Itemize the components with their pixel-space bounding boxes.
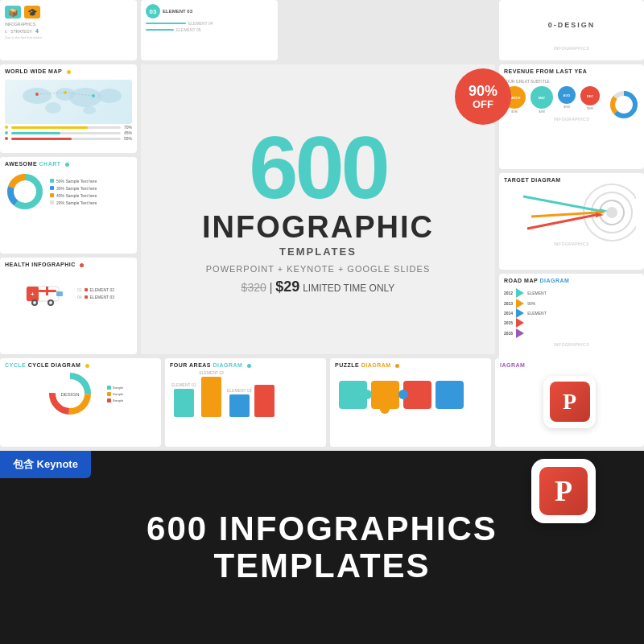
p-logo: P bbox=[539, 467, 588, 515]
hero-number: 600 bbox=[249, 123, 387, 212]
roadmap-panel: ROAD MAP DIAGRAM 2012 ELEMENT 2013 90% 2… bbox=[499, 274, 644, 370]
stat-row-2: 45% bbox=[5, 130, 132, 135]
keynote-badge: 包含 Keynote bbox=[0, 451, 91, 478]
powerpoint-icon: P bbox=[531, 459, 596, 523]
roadmap-visual: 2012 ELEMENT 2013 90% 2014 ELEMENT 2015 … bbox=[499, 285, 644, 341]
hero-tagline: POWERPOINT + KEYNOTE + GOOGLE SLIDES bbox=[206, 264, 430, 274]
svg-point-31 bbox=[606, 207, 617, 218]
svg-point-4 bbox=[45, 102, 61, 114]
svg-point-5 bbox=[83, 106, 96, 114]
health-infographic-panel: HEALTH INFOGRAPHIC + 01 bbox=[0, 258, 137, 354]
svg-point-3 bbox=[97, 89, 122, 103]
svg-rect-19 bbox=[46, 287, 48, 295]
svg-point-48 bbox=[398, 390, 408, 399]
svg-point-2 bbox=[69, 88, 101, 107]
cycle-diagram-panel: CYCLE CYCLE DIAGRAM DESIGN Sample bbox=[0, 358, 161, 447]
svg-point-21 bbox=[33, 301, 36, 304]
hero-pricing: $320 | $29 LIMITED TIME ONLY bbox=[242, 279, 395, 295]
target-diagram-panel: TARGET DIAGRAM INFOGRAPHICS bbox=[499, 173, 644, 270]
stat-row-1: 70% bbox=[5, 125, 132, 130]
svg-point-23 bbox=[49, 301, 52, 304]
stat-row-3: 55% bbox=[5, 136, 132, 141]
revenue-visual: YOUR GREAT SUBTITLE MARCH $2M MAY $4M AU… bbox=[499, 76, 644, 125]
four-areas-visual: ELEMENT 01 ELEMENT 02 ELEMENT 03 bbox=[165, 369, 326, 418]
world-map-visual bbox=[5, 80, 132, 124]
element-panel-tl2: 03 ELEMENT 03 ELEMENT 04 ELEMENT 05 bbox=[141, 0, 278, 60]
element-panel-tl1: 📦 🎓 INFOGRAPHICS E STRATEGY 4 Due to the… bbox=[0, 0, 137, 60]
awesome-chart-panel: AWESOME CHART 50% Sample Text here bbox=[0, 157, 137, 254]
world-map-panel: WORLD WIDE MAP bbox=[0, 64, 137, 153]
bottom-section: 包含 Keynote P 600 INFOGRAPHICS TEMPLATES bbox=[0, 451, 644, 644]
ambulance-visual: + 01 ELEMENT 02 04 ELEMENT bbox=[0, 269, 137, 317]
puzzle-diagram-panel: PUZZLE DIAGRAM bbox=[330, 358, 491, 447]
hero-center: 600 INFOGRAPHIC TEMPLATES POWERPOINT + K… bbox=[141, 64, 495, 354]
top-section: 📦 🎓 INFOGRAPHICS E STRATEGY 4 Due to the… bbox=[0, 0, 644, 451]
target-visual bbox=[499, 184, 644, 241]
hero-subtitle: TEMPLATES bbox=[279, 246, 357, 258]
svg-text:+: + bbox=[31, 291, 35, 298]
bottom-main-title: 600 INFOGRAPHICS TEMPLATES bbox=[147, 510, 497, 584]
svg-point-44 bbox=[362, 390, 372, 399]
cycle-visual: DESIGN Sample Sample Sample bbox=[0, 369, 161, 418]
design-logo-text: 0-DESIGN bbox=[506, 5, 638, 45]
extra-diagram-panel: IAGRAM P bbox=[495, 358, 644, 447]
svg-text:DESIGN: DESIGN bbox=[60, 392, 79, 397]
revenue-panel: REVENUE FROM LAST YEA YOUR GREAT SUBTITL… bbox=[499, 64, 644, 169]
sale-badge: 90% OFF bbox=[455, 68, 511, 125]
svg-rect-24 bbox=[56, 291, 63, 296]
hero-title: INFOGRAPHIC bbox=[202, 212, 434, 242]
four-areas-panel: FOUR AREAS DIAGRAM ELEMENT 01 ELEMENT 02… bbox=[165, 358, 326, 447]
puzzle-visual bbox=[330, 369, 491, 418]
svg-rect-49 bbox=[436, 381, 464, 409]
design-logo-panel: 0-DESIGN INFOGRAPHICS bbox=[499, 0, 644, 60]
svg-line-32 bbox=[523, 196, 600, 211]
svg-point-46 bbox=[380, 404, 390, 414]
